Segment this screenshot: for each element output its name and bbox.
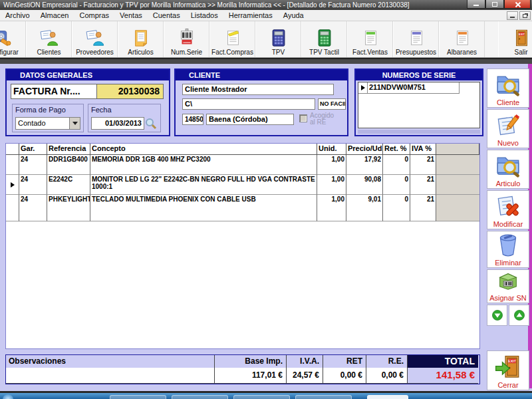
serie-horizontal-scrollbar[interactable]	[358, 130, 480, 134]
cell-iva: 21	[410, 175, 436, 195]
numeros-serie-grid: 211NDVW0M751	[358, 82, 480, 128]
taskbar-button[interactable]	[110, 395, 166, 399]
table-row-selected[interactable]: 24 E2242C MONITOR LED LG 22" E2242C-BN N…	[6, 175, 479, 195]
menu-herramientas[interactable]: Herramientas	[223, 11, 278, 20]
cell-precio: 90,08	[346, 175, 383, 195]
cell-concepto: TECLADO MULTIMEDIA PHOENIX CON CABLE USB	[90, 195, 317, 221]
toolbar-tpv[interactable]: TPV	[255, 21, 301, 57]
cell-gar: 24	[19, 195, 47, 221]
row-selector-arrow-icon	[361, 85, 365, 90]
menu-ventas[interactable]: Ventas	[114, 11, 148, 20]
cliente-cp-field[interactable]: 14850	[182, 114, 203, 125]
sidebar-label: Eliminar	[495, 259, 521, 267]
header-precio: Precio/Ud.	[346, 144, 383, 155]
forma-pago-select[interactable]: Contado	[15, 117, 80, 130]
taskbar-button[interactable]	[172, 395, 228, 399]
move-line-down-button[interactable]	[487, 305, 507, 326]
sidebar-eliminar-button[interactable]: Eliminar	[487, 231, 529, 268]
datos-generales-header: DATOS GENERALES	[7, 70, 169, 80]
menu-almacen[interactable]: Almacen	[35, 11, 74, 20]
base-imponible-label: Base Imp.	[215, 355, 287, 368]
fecha-group: Fecha 01/03/2013	[88, 104, 161, 132]
toolbar-tpvtactil[interactable]: TPV Tactil	[301, 21, 347, 57]
iva-value: 24,57 €	[287, 368, 323, 384]
configure-icon	[0, 28, 13, 48]
toolbar-clientes[interactable]: Clientes	[26, 21, 72, 57]
base-imponible-value: 117,01 €	[215, 368, 287, 384]
mdi-minimize-button[interactable]	[507, 11, 518, 20]
acogido-re-checkbox[interactable]	[299, 114, 307, 122]
menu-ayuda[interactable]: Ayuda	[278, 11, 309, 20]
arrow-up-circle-icon	[512, 308, 527, 323]
header-gar: Gar.	[19, 144, 47, 155]
mdi-restore-button[interactable]	[519, 11, 531, 20]
maximize-button[interactable]	[485, 0, 504, 9]
taskbar-button[interactable]	[295, 395, 352, 399]
toolbar-label: Fact.Ventas	[352, 49, 388, 56]
header-iva: IVA %	[410, 144, 436, 155]
serie-value[interactable]: 211NDVW0M751	[368, 82, 460, 94]
move-line-up-button[interactable]	[509, 305, 529, 326]
sidebar-modificar-button[interactable]: Modificar	[487, 190, 529, 229]
articles-icon	[131, 28, 151, 48]
toolbar-label: TPV Tactil	[309, 49, 339, 56]
exit-door-arrow-icon: EXIT	[493, 353, 523, 381]
menu-listados[interactable]: Listados	[186, 11, 223, 20]
header-referencia: Referencia	[47, 144, 90, 155]
toolbar-label: Presupuestos	[396, 49, 436, 56]
cliente-nif-field[interactable]: NO FACILI	[318, 98, 346, 110]
toolbar-separator-band	[0, 58, 532, 64]
cliente-direccion-field[interactable]: C\	[182, 98, 315, 110]
purchase-invoices-icon	[223, 28, 243, 48]
factura-number-value[interactable]: 20130038	[97, 84, 164, 99]
row-selector-cell	[6, 175, 19, 195]
menu-archivo[interactable]: Archivo	[0, 11, 35, 20]
quotes-icon	[406, 28, 426, 48]
serie-row[interactable]: 211NDVW0M751	[358, 82, 479, 94]
cell-unid: 1,00	[317, 155, 346, 175]
toolbar-factcompras[interactable]: Fact.Compras	[209, 21, 255, 57]
clients-icon	[39, 28, 59, 48]
toolbar-configurar[interactable]: Configurar	[0, 21, 26, 57]
cell-gar: 24	[19, 175, 47, 195]
calendar-search-icon[interactable]	[144, 117, 158, 130]
sidebar-asignar-sn-button[interactable]: Asignar SN	[487, 269, 529, 303]
forma-pago-dropdown-button[interactable]	[69, 118, 80, 129]
cell-gar: 24	[19, 155, 47, 175]
cliente-nombre-field[interactable]: Cliente Mostrador	[182, 84, 334, 95]
sidebar-nuevo-button[interactable]: Nuevo	[487, 109, 529, 148]
table-header-row: Gar. Referencia Concepto Unid. Precio/Ud…	[6, 144, 479, 155]
menu-cuentas[interactable]: Cuentas	[148, 11, 186, 20]
menu-compras[interactable]: Compras	[74, 11, 114, 20]
close-button[interactable]	[504, 0, 531, 9]
sidebar-articulo-button[interactable]: Articulo	[487, 150, 529, 189]
cliente-poblacion-field[interactable]: Baena (Córdoba)	[206, 114, 294, 125]
observaciones-field[interactable]	[6, 368, 215, 384]
header-ret: Ret. %	[383, 144, 410, 155]
window-title: WinGestiON Empresarial - Facturacion y T…	[3, 1, 410, 9]
table-row[interactable]: 24 DDR1GB400 MEMORIA DDR 1GB 400 MHZ PC3…	[6, 155, 479, 175]
toolbar-articulos[interactable]: Articulos	[118, 21, 164, 57]
sidebar-cliente-button[interactable]: Cliente	[487, 68, 529, 108]
serie-row-selector	[358, 82, 368, 94]
numeros-serie-panel: NUMEROS DE SERIE 211NDVW0M751	[354, 68, 483, 136]
document-pencil-icon	[493, 111, 523, 139]
table-row[interactable]: 24 PHKEYLIGHT TECLADO MULTIMEDIA PHOENIX…	[6, 195, 479, 221]
toolbar-albaranes[interactable]: Albaranes	[439, 21, 485, 57]
fecha-field[interactable]: 01/03/2013	[91, 117, 144, 130]
cell-precio: 17,92	[346, 155, 383, 175]
taskbar-button-active[interactable]	[367, 395, 408, 399]
toolbar-factventas[interactable]: Fact.Ventas	[347, 21, 393, 57]
minimize-button[interactable]	[467, 0, 485, 9]
iva-label: I.V.A.	[287, 355, 323, 368]
toolbar-label: Clientes	[37, 49, 61, 56]
sidebar-cerrar-button[interactable]: EXIT Cerrar	[487, 350, 529, 390]
pos-icon	[269, 28, 289, 48]
acogido-re-checkbox-group: Acogido al RE	[299, 112, 340, 126]
start-orb-icon[interactable]	[3, 394, 13, 399]
toolbar-numserie[interactable]: Num.Serie	[164, 21, 209, 57]
toolbar-proveedores[interactable]: Proveedores	[72, 21, 118, 57]
toolbar-presupuestos[interactable]: Presupuestos	[393, 21, 439, 57]
taskbar-button[interactable]	[233, 395, 290, 399]
toolbar-salir[interactable]: EXIT Salir	[498, 21, 532, 57]
